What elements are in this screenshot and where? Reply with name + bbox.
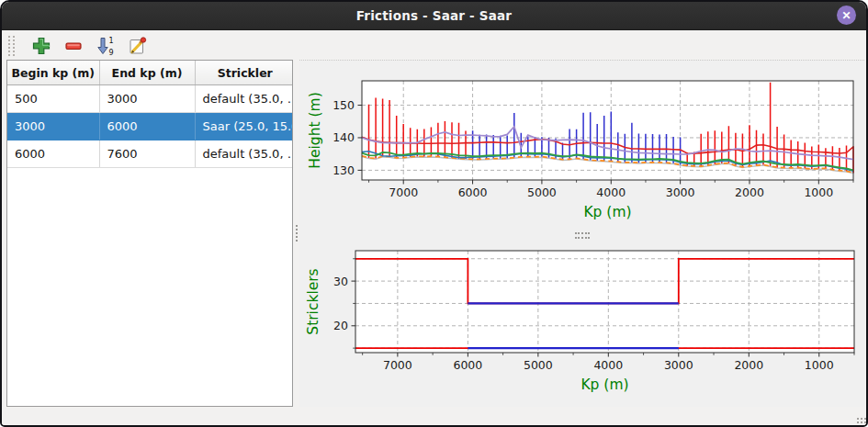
statusbar [2, 407, 866, 425]
remove-row-button[interactable] [62, 34, 85, 58]
x-tick-label: 4000 [593, 358, 623, 372]
y-tick-label: 130 [333, 163, 355, 177]
plus-icon [30, 35, 52, 57]
close-icon: ✕ [841, 9, 851, 22]
plot-area [355, 251, 854, 353]
svg-text:9: 9 [109, 48, 114, 56]
frictions-window: Frictions - Saar - Saar ✕ 1 9 [0, 0, 868, 427]
cell-begin[interactable]: 6000 [7, 140, 99, 168]
resize-grip-icon[interactable] [857, 418, 859, 420]
cell-strickler[interactable]: Saar (25.0, 15.0) [195, 113, 293, 140]
frictions-table-body: 5003000default (35.0, …30006000Saar (25.… [7, 85, 293, 168]
stricklers-chart: 70006000500040003000200010002030Kp (m)St… [299, 239, 864, 407]
main-content: Begin kp (m) End kp (m) Strickler 500300… [2, 60, 866, 407]
column-header-end-kp[interactable]: End kp (m) [99, 61, 195, 85]
x-tick-label: 5000 [527, 185, 557, 199]
cell-end[interactable]: 7600 [99, 140, 195, 168]
horizontal-splitter[interactable] [299, 232, 864, 240]
y-axis-label: Height (m) [307, 92, 323, 168]
cell-end[interactable]: 3000 [99, 85, 195, 113]
titlebar[interactable]: Frictions - Saar - Saar ✕ [2, 2, 866, 30]
x-tick-label: 2000 [734, 358, 763, 372]
y-axis-label: Stricklers [305, 269, 321, 335]
edit-strickler-button[interactable] [126, 34, 150, 58]
x-tick-label: 3000 [664, 358, 693, 372]
column-header-begin-kp[interactable]: Begin kp (m) [7, 61, 99, 85]
x-tick-label: 7000 [383, 358, 412, 372]
x-tick-label: 4000 [596, 185, 626, 199]
x-tick-label: 1000 [804, 185, 833, 199]
x-tick-label: 7000 [389, 185, 418, 199]
numeric-sort-icon: 1 9 [95, 35, 117, 57]
toolbar-drag-handle[interactable] [8, 36, 15, 56]
plot-area [362, 81, 853, 180]
frictions-table-panel: Begin kp (m) End kp (m) Strickler 500300… [6, 60, 293, 407]
sort-rows-button[interactable]: 1 9 [94, 34, 118, 58]
svg-text:1: 1 [109, 36, 114, 44]
table-row[interactable]: 30006000Saar (25.0, 15.0) [7, 113, 293, 140]
height-profile-chart: 7000600050004000300020001000130140150Kp … [299, 61, 864, 232]
table-row[interactable]: 5003000default (35.0, … [7, 85, 293, 113]
toolbar: 1 9 [2, 30, 866, 61]
cell-strickler[interactable]: default (35.0, … [195, 140, 293, 168]
close-button[interactable]: ✕ [837, 6, 856, 25]
vertical-splitter[interactable] [293, 60, 299, 407]
column-header-strickler[interactable]: Strickler [195, 61, 293, 85]
edit-pencil-icon [127, 35, 149, 57]
y-tick-label: 30 [333, 275, 348, 288]
y-tick-label: 140 [333, 130, 355, 144]
cell-begin[interactable]: 500 [7, 85, 99, 113]
table-header-row: Begin kp (m) End kp (m) Strickler [7, 61, 293, 85]
frictions-table[interactable]: Begin kp (m) End kp (m) Strickler 500300… [7, 61, 293, 168]
window-title: Frictions - Saar - Saar [356, 8, 512, 23]
x-tick-label: 2000 [735, 185, 764, 199]
vertical-splitter-handle-icon [296, 225, 298, 242]
x-tick-label: 5000 [524, 358, 553, 372]
x-axis-label: Kp (m) [583, 204, 631, 220]
x-tick-label: 6000 [458, 185, 488, 199]
charts-panel: 7000600050004000300020001000130140150Kp … [299, 60, 864, 407]
add-row-button[interactable] [29, 34, 53, 58]
horizontal-splitter-handle-icon [575, 232, 590, 239]
table-row[interactable]: 60007600default (35.0, … [7, 140, 293, 168]
x-axis-label: Kp (m) [581, 376, 628, 393]
y-tick-label: 150 [333, 98, 355, 112]
minus-icon [62, 35, 85, 57]
x-tick-label: 3000 [666, 185, 695, 199]
cell-end[interactable]: 6000 [99, 113, 195, 140]
cell-begin[interactable]: 3000 [7, 113, 99, 140]
x-tick-label: 1000 [805, 358, 834, 372]
x-tick-label: 6000 [453, 358, 482, 372]
y-tick-label: 20 [333, 320, 348, 333]
cell-strickler[interactable]: default (35.0, … [195, 85, 293, 113]
